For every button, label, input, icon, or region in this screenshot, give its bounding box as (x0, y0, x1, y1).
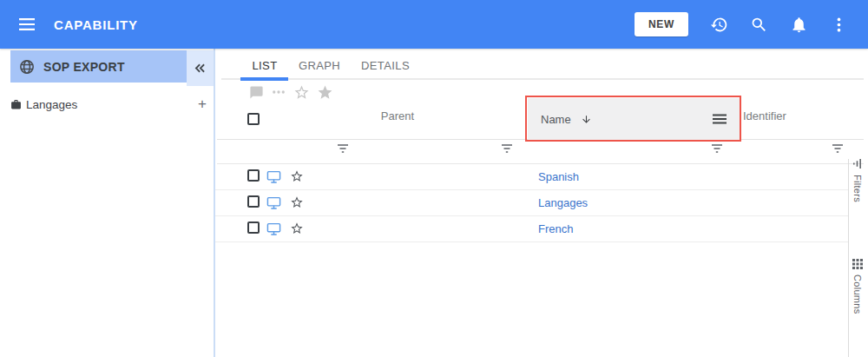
row-checkbox[interactable] (247, 195, 260, 208)
filter-icon-parent[interactable] (501, 143, 513, 154)
tab-graph[interactable]: GRAPH (293, 54, 345, 78)
column-header-name[interactable]: Name (528, 98, 740, 140)
briefcase-icon (10, 99, 22, 110)
search-icon[interactable] (750, 16, 768, 34)
row-checkbox[interactable] (247, 221, 260, 234)
star-filled-icon[interactable] (317, 84, 333, 101)
table-body: Spanish Langages French (215, 164, 848, 242)
table-row: Langages (215, 190, 848, 216)
new-button[interactable]: NEW (635, 12, 688, 36)
active-tab-indicator (240, 77, 288, 81)
grid-icon (852, 259, 863, 269)
tab-track (221, 78, 864, 80)
table-row: French (215, 216, 848, 242)
favorite-star-icon[interactable] (290, 195, 304, 209)
row-name-link[interactable]: Langages (538, 196, 588, 209)
add-child-button[interactable]: + (193, 96, 212, 113)
filter-icon-name[interactable] (711, 143, 723, 154)
chevron-double-left-icon (193, 61, 207, 76)
history-icon[interactable] (710, 16, 728, 34)
filter-icon-identifier[interactable] (832, 143, 844, 154)
table-row: Spanish (215, 164, 848, 190)
favorite-star-icon[interactable] (290, 169, 304, 183)
row-checkbox[interactable] (247, 169, 260, 182)
app-title: CAPABILITY (54, 17, 138, 32)
columns-panel-button[interactable]: Columns (852, 259, 863, 314)
sort-descending-icon[interactable] (581, 114, 592, 125)
notifications-icon[interactable] (790, 16, 808, 34)
row-name-link[interactable]: Spanish (538, 170, 579, 183)
entity-type-icon[interactable] (266, 196, 281, 210)
sidebar: SOP EXPORT Langages + (0, 49, 215, 357)
filters-panel-button[interactable]: Filters (852, 158, 863, 202)
model-name: SOP EXPORT (43, 60, 125, 74)
more-options-icon[interactable] (830, 16, 848, 34)
sidebar-item-label: Langages (26, 98, 77, 111)
entity-type-icon[interactable] (266, 222, 281, 236)
list-toolbar (249, 84, 333, 100)
filter-list-icon (853, 158, 863, 169)
more-horizontal-icon[interactable] (271, 84, 286, 100)
hamburger-menu-icon[interactable] (19, 17, 36, 31)
select-all-checkbox[interactable] (247, 113, 260, 125)
tab-list[interactable]: LIST (240, 54, 289, 78)
model-header[interactable]: SOP EXPORT (10, 50, 187, 83)
column-header-identifier[interactable]: Identifier (743, 108, 786, 125)
globe-icon (18, 58, 36, 76)
row-name-link[interactable]: French (538, 222, 573, 235)
entity-type-icon[interactable] (266, 170, 281, 184)
tab-details[interactable]: DETAILS (357, 54, 414, 78)
appbar-actions: NEW (635, 12, 868, 36)
app-bar: CAPABILITY NEW (0, 0, 868, 49)
column-header-parent[interactable]: Parent (345, 108, 450, 125)
sidebar-item-langages[interactable]: Langages + (10, 94, 208, 115)
app-window: CAPABILITY NEW SOP EXPORT Langages + LIS… (0, 0, 868, 357)
filter-icon-select[interactable] (337, 143, 349, 154)
favorite-star-icon[interactable] (290, 221, 304, 235)
collapse-sidebar-button[interactable] (187, 50, 214, 86)
comment-icon[interactable] (249, 85, 264, 100)
column-menu-icon[interactable] (713, 114, 727, 124)
star-outline-icon[interactable] (293, 84, 310, 101)
side-rail-divider (848, 159, 849, 357)
main-content: LIST GRAPH DETAILS Parent Name Identifie… (215, 49, 868, 357)
